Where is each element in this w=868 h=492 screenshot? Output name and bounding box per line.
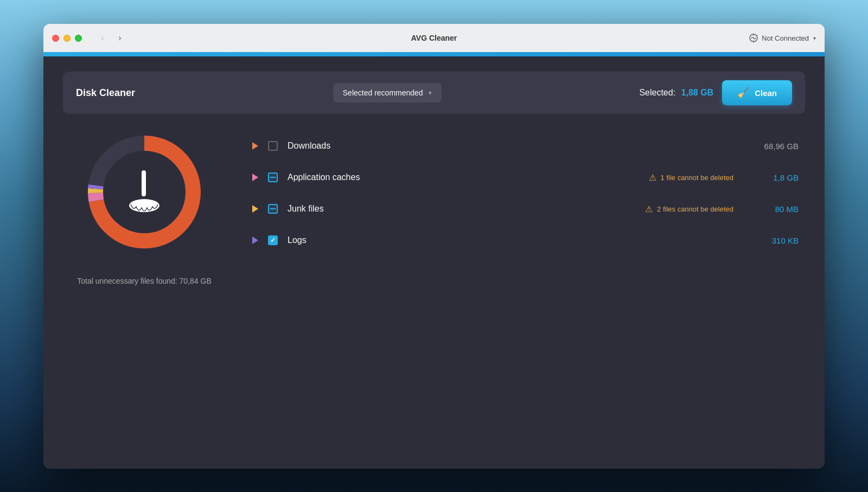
- app-window: ‹ › AVG Cleaner Not Connected ▾: [43, 24, 825, 469]
- file-row-junk-files[interactable]: Junk files ⚠ 2 files cannot be deleted 8…: [243, 194, 805, 223]
- broom-icon-small: 🧹: [737, 87, 749, 99]
- expand-icon: [252, 174, 258, 181]
- checkbox-downloads[interactable]: [267, 140, 279, 152]
- traffic-lights: [52, 35, 82, 42]
- svg-point-9: [129, 199, 159, 212]
- expand-icon: [252, 142, 258, 150]
- total-text: Total unnecessary files found: 70,84 GB: [77, 277, 211, 285]
- clean-button[interactable]: 🧹 Clean: [722, 80, 792, 105]
- checkbox-app-caches[interactable]: [267, 171, 279, 183]
- file-name-junk-files: Junk files: [288, 204, 645, 214]
- warning-area-junk-files: ⚠ 2 files cannot be deleted: [645, 204, 733, 214]
- warning-icon: ⚠: [645, 204, 653, 214]
- expand-icon: [252, 237, 258, 244]
- warning-text-app-caches: 1 file cannot be deleted: [661, 174, 733, 182]
- connection-chevron-icon: ▾: [813, 35, 816, 41]
- checkbox-unchecked-icon: [268, 141, 278, 151]
- file-row-downloads[interactable]: Downloads 68,96 GB: [243, 131, 805, 161]
- checkbox-dash-icon: [268, 172, 278, 182]
- main-content: Disk Cleaner Selected recommended ▾ Sele…: [43, 56, 825, 469]
- file-row-app-caches[interactable]: Application caches ⚠ 1 file cannot be de…: [243, 163, 805, 192]
- minimize-button[interactable]: [63, 35, 71, 42]
- expand-junk-files-button[interactable]: [250, 203, 260, 214]
- donut-center: [123, 168, 166, 216]
- warning-text-junk-files: 2 files cannot be deleted: [657, 205, 733, 213]
- connection-status[interactable]: Not Connected ▾: [749, 33, 816, 43]
- warning-icon: ⚠: [649, 172, 656, 183]
- back-button[interactable]: ‹: [95, 30, 110, 46]
- chart-section: Total unnecessary files found: 70,84 GB: [63, 127, 226, 285]
- selected-label: Selected: 1,88 GB: [639, 88, 713, 98]
- file-row-logs[interactable]: Logs 310 KB: [243, 226, 805, 255]
- selected-recommended-dropdown[interactable]: Selected recommended ▾: [333, 83, 442, 103]
- svg-rect-8: [142, 170, 146, 196]
- tab-bar: [43, 52, 825, 56]
- file-size-junk-files: 80 MB: [755, 205, 799, 214]
- file-list: Downloads 68,96 GB Application caches ⚠: [243, 127, 805, 285]
- titlebar: ‹ › AVG Cleaner Not Connected ▾: [43, 24, 825, 52]
- not-connected-icon: [749, 33, 758, 43]
- selected-info: Selected: 1,88 GB 🧹 Clean: [639, 80, 792, 105]
- checkbox-logs[interactable]: [267, 234, 279, 246]
- expand-logs-button[interactable]: [250, 235, 260, 246]
- titlebar-left: ‹ ›: [52, 30, 127, 46]
- file-name-app-caches: Application caches: [288, 172, 649, 182]
- expand-app-caches-button[interactable]: [250, 172, 260, 183]
- disk-cleaner-bar: Disk Cleaner Selected recommended ▾ Sele…: [63, 72, 805, 114]
- window-title: AVG Cleaner: [411, 34, 457, 42]
- expand-icon: [252, 205, 258, 213]
- file-name-logs: Logs: [288, 235, 733, 245]
- nav-buttons: ‹ ›: [95, 30, 127, 46]
- selected-size: 1,88 GB: [681, 88, 714, 97]
- checkbox-dash-icon: [268, 204, 278, 214]
- file-size-logs: 310 KB: [755, 236, 799, 245]
- file-size-app-caches: 1,8 GB: [755, 173, 799, 182]
- content-area: Total unnecessary files found: 70,84 GB …: [63, 127, 805, 285]
- donut-chart: [79, 127, 209, 257]
- disk-cleaner-title: Disk Cleaner: [76, 87, 135, 99]
- file-size-downloads: 68,96 GB: [755, 142, 799, 151]
- maximize-button[interactable]: [75, 35, 82, 42]
- close-button[interactable]: [52, 35, 59, 42]
- checkbox-checked-icon: [268, 235, 278, 245]
- clean-button-label: Clean: [755, 88, 777, 98]
- dropdown-chevron-icon: ▾: [429, 90, 432, 97]
- dropdown-label: Selected recommended: [343, 88, 423, 97]
- file-name-downloads: Downloads: [288, 141, 733, 151]
- forward-button[interactable]: ›: [112, 30, 127, 46]
- not-connected-label: Not Connected: [762, 34, 809, 42]
- warning-area-app-caches: ⚠ 1 file cannot be deleted: [649, 172, 733, 183]
- checkbox-junk-files[interactable]: [267, 203, 279, 215]
- expand-downloads-button[interactable]: [250, 140, 260, 151]
